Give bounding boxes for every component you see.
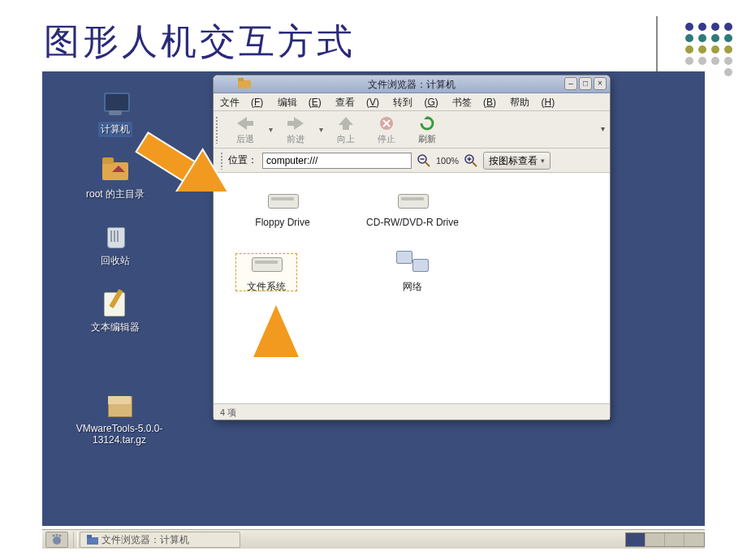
desktop-icon-label: VMwareTools-5.0.0-13124.tar.gz — [67, 422, 172, 446]
svg-rect-2 — [238, 78, 244, 81]
svg-point-19 — [53, 536, 61, 545]
filesystem-icon — [248, 251, 284, 275]
menu-view[interactable]: 查看(V) — [335, 97, 379, 108]
svg-point-22 — [59, 534, 62, 536]
zoom-level: 100% — [436, 156, 459, 166]
folder-icon — [238, 78, 251, 89]
foot-icon — [50, 534, 63, 545]
svg-point-21 — [56, 534, 58, 536]
optical-drive-icon — [395, 187, 430, 212]
drive-network[interactable]: 网络 — [352, 251, 473, 294]
desktop-icon-label: 计算机 — [98, 122, 132, 137]
toolbar-overflow[interactable]: ▾ — [601, 124, 605, 133]
stop-icon — [366, 114, 407, 132]
maximize-button[interactable]: □ — [579, 77, 592, 90]
taskbar[interactable]: 文件浏览器：计算机 — [42, 529, 705, 549]
file-manager-window[interactable]: 文件浏览器：计算机 – □ × 文件(F) 编辑(E) 查看(V) 转到(G) … — [213, 75, 611, 420]
view-mode-select[interactable]: 按图标查看▾ — [483, 152, 551, 170]
chevron-down-icon: ▾ — [541, 153, 545, 169]
text-editor-icon — [99, 289, 132, 318]
folder-icon — [87, 535, 98, 545]
svg-marker-4 — [287, 117, 304, 130]
forward-dropdown[interactable]: ▾ — [316, 125, 326, 134]
svg-point-20 — [53, 534, 55, 536]
decor-vline — [656, 16, 658, 73]
menu-go[interactable]: 转到(G) — [393, 97, 438, 108]
menu-bookmarks[interactable]: 书签(B) — [452, 97, 496, 108]
toolbar-handle[interactable] — [215, 116, 218, 144]
up-icon — [326, 114, 366, 132]
workspace-3[interactable] — [665, 533, 684, 546]
drive-floppy[interactable]: Floppy Drive — [222, 187, 343, 228]
up-button[interactable]: 向上 — [326, 114, 366, 145]
close-button[interactable]: × — [594, 77, 607, 90]
desktop-icon-editor[interactable]: 文本编辑器 — [67, 289, 164, 335]
trash-icon — [99, 222, 132, 252]
location-label: 位置： — [228, 153, 257, 167]
taskbar-task-label: 文件浏览器：计算机 — [101, 532, 189, 547]
locationbar-handle[interactable] — [220, 152, 223, 170]
back-dropdown[interactable]: ▾ — [266, 125, 275, 134]
floppy-drive-icon — [265, 187, 300, 212]
window-title: 文件浏览器：计算机 — [368, 79, 456, 90]
location-bar: 位置： computer:/// 100% 按图标查看▾ — [214, 149, 610, 173]
workspace-1[interactable] — [626, 533, 646, 546]
drive-label: 文件系统 — [233, 280, 300, 294]
desktop-icon-computer[interactable]: 计算机 — [67, 91, 164, 137]
location-input[interactable]: computer:/// — [262, 153, 412, 169]
drive-label: 网络 — [352, 280, 473, 294]
forward-icon — [275, 114, 316, 132]
svg-marker-3 — [237, 117, 253, 130]
forward-button[interactable]: 前进 — [275, 114, 316, 145]
taskbar-separator — [73, 532, 78, 548]
zoom-out-button[interactable] — [417, 153, 431, 168]
workspace-pager[interactable] — [625, 532, 705, 547]
stop-button[interactable]: 停止 — [366, 114, 407, 145]
window-controls: – □ × — [564, 77, 607, 90]
svg-rect-1 — [238, 80, 251, 88]
menu-bar: 文件(F) 编辑(E) 查看(V) 转到(G) 书签(B) 帮助(H) — [214, 93, 610, 111]
menu-file[interactable]: 文件(F) — [220, 97, 263, 108]
back-icon — [225, 114, 266, 132]
svg-line-14 — [473, 162, 477, 166]
archive-icon — [103, 391, 136, 420]
workspace-4[interactable] — [684, 533, 704, 546]
toolbar: 后退 ▾ 前进 ▾ 向上 停止 刷新 ▾ — [214, 111, 610, 149]
desktop-icon-label: 文本编辑器 — [89, 320, 142, 335]
back-button[interactable]: 后退 — [225, 114, 266, 145]
minimize-button[interactable]: – — [564, 77, 577, 90]
status-bar: 4 项 — [214, 403, 610, 420]
desktop-icon-label: root 的主目录 — [84, 187, 147, 202]
svg-line-11 — [425, 162, 430, 166]
menu-help[interactable]: 帮助(H) — [510, 97, 555, 108]
drive-label: CD-RW/DVD-R Drive — [352, 217, 473, 228]
svg-rect-24 — [87, 535, 92, 538]
desktop-icon-trash[interactable]: 回收站 — [67, 222, 164, 269]
workspace-2[interactable] — [646, 533, 665, 546]
desktop-icon-label: 回收站 — [98, 253, 132, 269]
system-tray — [625, 530, 705, 549]
desktop-icon-package[interactable]: VMwareTools-5.0.0-13124.tar.gz — [67, 391, 172, 446]
menu-edit[interactable]: 编辑(E) — [278, 97, 322, 108]
folder-home-icon — [99, 156, 132, 185]
network-icon — [395, 251, 430, 275]
desktop-icon-home[interactable]: root 的主目录 — [67, 156, 164, 202]
svg-rect-23 — [87, 537, 98, 545]
desktop[interactable]: 计算机 root 的主目录 回收站 文本编辑器 VMwareTools-5.0.… — [42, 71, 705, 526]
zoom-out-icon — [417, 154, 430, 167]
zoom-in-button[interactable] — [464, 153, 478, 168]
zoom-in-icon — [464, 154, 477, 167]
svg-marker-5 — [339, 117, 353, 130]
drive-filesystem[interactable]: 文件系统 — [233, 251, 300, 294]
drive-cdrom[interactable]: CD-RW/DVD-R Drive — [352, 187, 473, 228]
computer-icon — [99, 91, 132, 120]
reload-icon — [407, 114, 447, 132]
slide-title: 图形人机交互方式 — [44, 18, 356, 66]
window-titlebar[interactable]: 文件浏览器：计算机 – □ × — [214, 75, 610, 93]
start-button[interactable] — [45, 532, 68, 548]
drive-label: Floppy Drive — [222, 217, 343, 228]
file-list[interactable]: Floppy Drive CD-RW/DVD-R Drive 文件系统 网络 — [214, 173, 610, 403]
taskbar-task[interactable]: 文件浏览器：计算机 — [80, 532, 240, 548]
reload-button[interactable]: 刷新 — [407, 114, 447, 145]
